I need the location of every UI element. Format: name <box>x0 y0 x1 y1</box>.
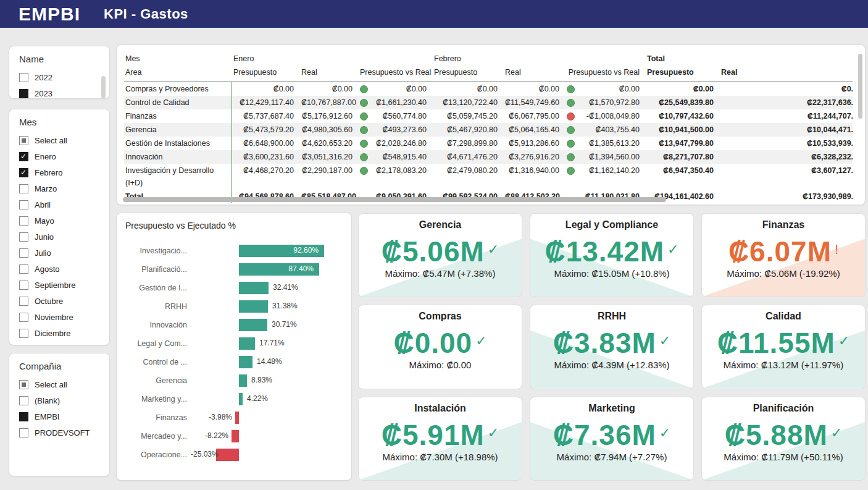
table-row-gerencia[interactable]: Gerencia₡5,473,579.20₡4,980,305.60₡493,2… <box>124 123 853 137</box>
bar-marketing-y[interactable] <box>239 393 243 405</box>
filter-card-mes: Mes Select allEneroFebreroMarzoAbrilMayo… <box>9 109 110 345</box>
vs-value: ₡403,755.40 <box>595 124 640 136</box>
bar-legal-y-com[interactable] <box>239 337 255 350</box>
enero-presupuesto: ₡12,429,117.40 <box>232 96 300 109</box>
col-group-enero: Enero <box>232 51 300 65</box>
checkbox-prodevsoft[interactable] <box>19 428 28 437</box>
table-row-control-de-calidad[interactable]: Control de Calidad₡12,429,117.40₡10,767,… <box>124 96 853 109</box>
checkbox-julio[interactable] <box>19 248 28 258</box>
checkbox-2022[interactable] <box>19 73 28 82</box>
checkbox-octubre[interactable] <box>19 297 28 306</box>
checkbox-item-octubre[interactable]: Octubre <box>19 293 103 309</box>
checkbox-item-marzo[interactable]: Marzo <box>19 180 103 196</box>
checkbox-mayo[interactable] <box>19 216 28 226</box>
table-row-innovaci-n[interactable]: Innovación₡3,600,231.60₡3,051,316.20₡548… <box>124 150 853 164</box>
febrero-real: ₡0.00 <box>504 82 565 96</box>
bar-operacione[interactable] <box>216 449 239 461</box>
checkbox-item-2022[interactable]: 2022 <box>19 69 103 85</box>
kpi-title: Planificación <box>702 403 865 414</box>
kpi-card-planificaci-n: Planificación₡5.88M✓Máximo: ₡11.79M (+50… <box>701 397 866 481</box>
checkbox-item-julio[interactable]: Julio <box>19 245 103 261</box>
checkbox-item-noviembre[interactable]: Noviembre <box>19 309 103 325</box>
checkbox-item-febrero[interactable]: Febrero <box>19 164 103 180</box>
filter-title: Mes <box>19 117 103 127</box>
bar-row-innovaci-n: Innovación30.71% <box>125 316 343 334</box>
name-filter-scrollbar[interactable] <box>101 76 106 98</box>
bar-innovaci-n[interactable] <box>239 319 267 331</box>
checkbox-febrero[interactable] <box>19 168 28 177</box>
checkbox-marzo[interactable] <box>19 184 28 193</box>
table-vertical-scrollbar[interactable] <box>858 54 862 119</box>
row-header-area: Finanzas <box>124 109 232 123</box>
bar-plot-area: 4.22% <box>191 390 343 408</box>
col-header-febrero-real: Real <box>504 65 565 79</box>
kpi-card-legal-y-compliance: Legal y Compliance₡13.42M✓Máximo: ₡15.05… <box>530 213 694 297</box>
checkbox-item-enero[interactable]: Enero <box>19 148 103 164</box>
bar-category-label: Finanzas <box>125 413 187 422</box>
checkbox-label: Mayo <box>35 216 54 226</box>
checkbox-agosto[interactable] <box>19 264 28 274</box>
bar-plot-area: 17.71% <box>191 334 343 353</box>
bar-finanzas[interactable] <box>235 412 239 424</box>
checkbox-junio[interactable] <box>19 232 28 242</box>
kpi-value: ₡11.55M✓ <box>702 323 865 361</box>
checkbox-item-blank[interactable]: (Blank) <box>19 392 103 408</box>
enero-real: ₡5,176,912.60 <box>300 109 359 123</box>
check-icon: ✓ <box>659 425 670 441</box>
table-row-compras-y-proveedores[interactable]: Compras y Proveedores₡0.00₡0.00₡0.00₡0.0… <box>124 82 853 96</box>
bar-value-label: 31.38% <box>272 302 298 310</box>
bar-chart-visual: Presupuesto vs Ejecutado % Investigació.… <box>116 213 352 481</box>
total-presupuesto: ₡0.00 <box>646 82 720 96</box>
total-real: ₡22,317,636.60 <box>720 96 853 109</box>
checkbox-noviembre[interactable] <box>19 313 28 322</box>
table-row-finanzas[interactable]: Finanzas₡5,737,687.40₡5,176,912.60₡560,7… <box>124 109 853 123</box>
checkbox-item-agosto[interactable]: Agosto <box>19 261 103 277</box>
checkbox-abril[interactable] <box>19 200 28 209</box>
checkbox-label: Julio <box>35 248 51 258</box>
bar-row-gesti-n-de-i: Gestión de I...32.41% <box>125 279 343 297</box>
checkbox-item-empbi[interactable]: EMPBI <box>19 408 103 425</box>
checkbox-blank[interactable] <box>19 396 28 405</box>
bar-gerencia[interactable] <box>239 374 247 387</box>
vs-value: ₡548,915.40 <box>382 151 427 163</box>
checkbox-label: Select all <box>35 136 67 145</box>
vs-value: ₡2,178,083.20 <box>376 164 427 177</box>
col-header-enero-vs: Presupuesto vs Real <box>359 65 433 79</box>
check-icon: ✓ <box>488 242 499 257</box>
checkbox-2023[interactable] <box>19 89 28 98</box>
table-horizontal-scrollbar[interactable] <box>123 197 666 202</box>
kpi-max-label: Máximo: ₡11.79M (+50.11%) <box>702 452 865 462</box>
total-real: ₡6,328,232.40 <box>720 150 853 164</box>
checkbox-empbi[interactable] <box>19 412 28 421</box>
checkbox-item-abril[interactable]: Abril <box>19 196 103 213</box>
checkbox-item-select-all[interactable]: Select all <box>19 376 103 392</box>
checkbox-diciembre[interactable] <box>19 329 28 338</box>
bar-category-label: Control de ... <box>125 358 187 366</box>
checkbox-item-septiembre[interactable]: Septiembre <box>19 277 103 293</box>
checkbox-select-all[interactable] <box>19 380 28 389</box>
col-header-enero-presupuesto: Presupuesto <box>232 65 300 79</box>
table-row-gesti-n-de-instalaciones[interactable]: Gestión de Instalaciones₡6,648,900.00₡4,… <box>124 137 853 150</box>
row-header-area: Gerencia <box>124 123 232 137</box>
checkbox-item-prodevsoft[interactable]: PRODEVSOFT <box>19 425 103 441</box>
vs-value: ₡493,273.60 <box>382 124 427 136</box>
febrero-presupuesto: ₡4,671,476.20 <box>433 150 504 164</box>
checkbox-label: Abril <box>35 200 51 209</box>
table-row-investigaci-n-y-desarrollo-i-d[interactable]: Investigación y Desarrollo (I+D)₡4,468,2… <box>124 164 853 190</box>
checkbox-septiembre[interactable] <box>19 281 28 290</box>
alert-icon: ! <box>835 242 838 257</box>
kpi-title: Finanzas <box>702 219 865 230</box>
checkbox-select-all[interactable] <box>19 136 28 145</box>
checkbox-item-junio[interactable]: Junio <box>19 229 103 245</box>
checkbox-item-2023[interactable]: 2023 <box>19 85 103 101</box>
checkbox-item-diciembre[interactable]: Diciembre <box>19 325 103 341</box>
vs-value: -₡1,008,049.80 <box>586 110 640 122</box>
checkbox-item-select-all[interactable]: Select all <box>19 132 103 148</box>
bar-rrhh[interactable] <box>239 300 268 313</box>
febrero-real: ₡5,064,165.40 <box>504 123 565 137</box>
checkbox-item-mayo[interactable]: Mayo <box>19 213 103 229</box>
bar-gesti-n-de-i[interactable] <box>239 282 269 294</box>
bar-control-de[interactable] <box>239 356 252 368</box>
checkbox-enero[interactable] <box>19 152 28 161</box>
bar-mercadeo-y[interactable] <box>232 430 239 442</box>
